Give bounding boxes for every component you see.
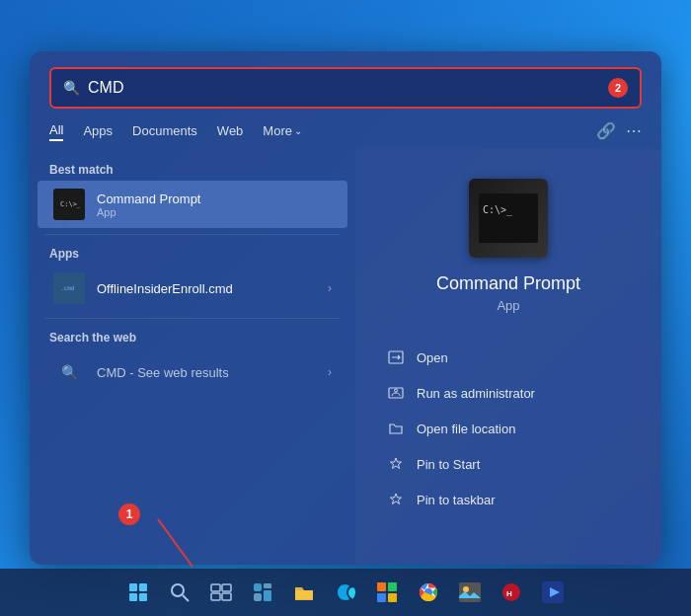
- content-area: Best match C:\>_ Command Prompt App: [30, 149, 661, 565]
- svg-rect-13: [139, 593, 147, 601]
- search-bar[interactable]: 🔍 CMD 2: [49, 67, 642, 109]
- action-run-admin-label: Run as administrator: [417, 386, 535, 401]
- taskbar-edge[interactable]: [328, 575, 363, 610]
- more-options-icon[interactable]: ⋯: [626, 121, 642, 140]
- svg-rect-27: [377, 593, 386, 602]
- desktop: 1 🔍 CMD 2 All Apps Documents Web More ⌄ …: [0, 0, 691, 616]
- apps-section-label: Apps: [30, 241, 355, 265]
- action-file-location[interactable]: Open file location: [375, 412, 642, 445]
- svg-rect-23: [264, 590, 271, 601]
- taskbar-file-explorer[interactable]: [286, 575, 322, 610]
- taskbar-store[interactable]: [369, 575, 405, 610]
- taskbar-chrome[interactable]: [411, 575, 446, 610]
- svg-point-14: [172, 584, 184, 596]
- divider-1: [45, 234, 340, 235]
- web-search-text: CMD - See web results: [97, 365, 229, 380]
- svg-rect-31: [459, 582, 481, 602]
- taskbar-media[interactable]: [535, 575, 571, 610]
- offline-arrow: ›: [328, 281, 332, 295]
- offline-result-name: OfflineInsiderEnroll.cmd: [97, 281, 233, 296]
- action-open[interactable]: Open: [375, 341, 642, 374]
- taskbar-search[interactable]: [162, 575, 197, 610]
- svg-rect-24: [295, 590, 313, 599]
- offline-result-text: OfflineInsiderEnroll.cmd: [97, 281, 233, 296]
- search-icon: 🔍: [63, 80, 80, 96]
- taskbar-photos[interactable]: [452, 575, 488, 610]
- svg-rect-21: [264, 583, 271, 588]
- app-preview-icon: C:\>_: [469, 179, 548, 258]
- best-match-label: Best match: [30, 157, 355, 181]
- svg-rect-11: [139, 583, 147, 591]
- link-icon[interactable]: 🔗: [596, 121, 616, 140]
- svg-point-32: [463, 586, 469, 592]
- divider-2: [45, 318, 340, 319]
- svg-text:.cmd: .cmd: [60, 284, 75, 291]
- cmd-result-text: Command Prompt App: [97, 192, 200, 218]
- filter-tabs: All Apps Documents Web More ⌄ 🔗 ⋯: [30, 116, 661, 149]
- action-list: Open Run as administrator: [375, 341, 642, 516]
- left-panel: Best match C:\>_ Command Prompt App: [30, 149, 355, 565]
- svg-text:C:\>_: C:\>_: [483, 204, 513, 216]
- web-search-item[interactable]: 🔍 CMD - See web results ›: [38, 348, 347, 396]
- right-panel: C:\>_ Command Prompt App Open: [355, 149, 661, 565]
- svg-rect-22: [254, 593, 262, 601]
- svg-line-15: [183, 595, 189, 601]
- taskbar-start-button[interactable]: [120, 575, 156, 610]
- svg-rect-18: [211, 593, 220, 600]
- taskbar-huawei[interactable]: H: [494, 575, 529, 610]
- tab-web[interactable]: Web: [217, 121, 244, 140]
- svg-text:C:\>_: C:\>_: [60, 200, 80, 208]
- svg-rect-12: [129, 593, 137, 601]
- result-command-prompt[interactable]: C:\>_ Command Prompt App: [38, 181, 347, 228]
- svg-rect-19: [222, 593, 231, 600]
- web-section-label: Search the web: [30, 325, 355, 348]
- search-badge: 2: [608, 78, 628, 98]
- tab-apps[interactable]: Apps: [83, 121, 113, 140]
- action-run-admin[interactable]: Run as administrator: [375, 376, 642, 410]
- taskbar-task-view[interactable]: [203, 575, 239, 610]
- result-offline-enroll[interactable]: .cmd OfflineInsiderEnroll.cmd ›: [38, 265, 347, 312]
- svg-rect-17: [222, 584, 231, 591]
- svg-rect-26: [388, 582, 397, 591]
- svg-rect-16: [211, 584, 220, 591]
- action-pin-taskbar[interactable]: Pin to taskbar: [375, 483, 642, 516]
- action-pin-taskbar-label: Pin to taskbar: [417, 493, 496, 507]
- start-menu: 🔍 CMD 2 All Apps Documents Web More ⌄ 🔗 …: [30, 51, 661, 565]
- app-preview-name: Command Prompt: [436, 273, 580, 294]
- svg-rect-28: [388, 593, 397, 602]
- annotation-badge-1: 1: [118, 503, 140, 525]
- app-preview-type: App: [497, 298, 519, 313]
- action-file-location-label: Open file location: [417, 422, 515, 436]
- action-pin-start-label: Pin to Start: [417, 457, 480, 472]
- tab-documents[interactable]: Documents: [132, 121, 197, 140]
- svg-rect-10: [129, 583, 137, 591]
- run-admin-icon: [387, 384, 405, 402]
- svg-rect-25: [377, 582, 386, 591]
- cmd-result-type: App: [97, 206, 200, 218]
- open-icon: [387, 348, 405, 366]
- tab-all[interactable]: All: [49, 120, 63, 141]
- pin-taskbar-icon: [387, 491, 405, 508]
- tab-more[interactable]: More ⌄: [263, 123, 302, 138]
- offline-icon: .cmd: [53, 272, 85, 304]
- svg-rect-20: [254, 583, 262, 591]
- pin-start-icon: [387, 455, 405, 473]
- web-arrow: ›: [328, 365, 332, 379]
- search-bar-container: 🔍 CMD 2: [30, 51, 661, 116]
- file-location-icon: [387, 420, 405, 437]
- web-search-icon: 🔍: [53, 356, 85, 388]
- svg-point-9: [395, 389, 398, 392]
- taskbar: H: [0, 569, 691, 616]
- search-input[interactable]: CMD: [88, 79, 600, 97]
- filter-actions: 🔗 ⋯: [596, 121, 642, 140]
- taskbar-widgets[interactable]: [245, 575, 280, 610]
- svg-rect-5: [479, 193, 538, 243]
- action-open-label: Open: [417, 350, 448, 365]
- svg-text:H: H: [506, 589, 512, 598]
- cmd-icon: C:\>_: [53, 189, 85, 220]
- cmd-result-name: Command Prompt: [97, 192, 200, 206]
- action-pin-start[interactable]: Pin to Start: [375, 447, 642, 481]
